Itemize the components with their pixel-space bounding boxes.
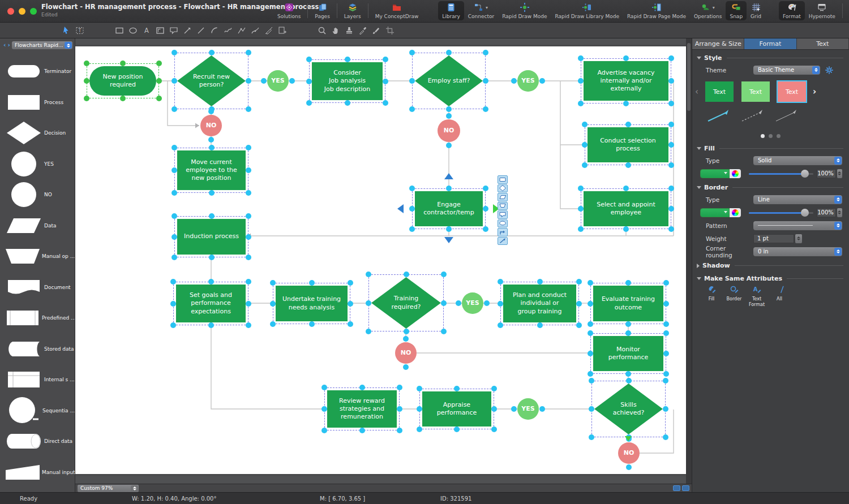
selection-handle[interactable] — [345, 57, 350, 62]
selection-handle[interactable] — [409, 206, 415, 212]
selection-handle[interactable] — [588, 330, 593, 336]
flow-node-set-goals[interactable]: Set goals and performance expectations — [176, 285, 246, 322]
selection-handle[interactable] — [246, 322, 251, 328]
theme-dropdown[interactable]: Basic Theme — [753, 66, 820, 75]
selection-handle[interactable] — [170, 322, 176, 328]
border-opacity-value[interactable]: 100% — [817, 208, 836, 217]
selection-handle[interactable] — [576, 279, 582, 285]
flow-node-review[interactable]: Review reward strategies and remuneratio… — [327, 390, 397, 428]
draw-tool-text-icon[interactable]: A — [140, 24, 153, 37]
theme-swatch-1[interactable]: Text — [705, 81, 734, 102]
selection-handle[interactable] — [625, 280, 631, 286]
selection-handle[interactable] — [209, 145, 215, 150]
flow-node-conduct[interactable]: Conduct selection process — [588, 127, 668, 162]
toolbar-button-format[interactable]: Format — [779, 1, 805, 20]
selection-handle[interactable] — [270, 321, 276, 327]
selection-handle[interactable] — [668, 55, 674, 61]
selection-handle[interactable] — [588, 301, 593, 307]
selection-handle[interactable] — [582, 142, 588, 148]
selection-handle[interactable] — [483, 106, 488, 112]
border-type-dropdown[interactable]: Line — [753, 195, 842, 204]
selection-handle[interactable] — [456, 300, 461, 306]
selection-handle[interactable] — [668, 162, 674, 168]
flow-node-no-recruit[interactable]: NO — [200, 115, 222, 136]
stencil-sequentia[interactable]: Sequentia ... — [0, 395, 75, 427]
selection-handle[interactable] — [366, 329, 371, 334]
toolbar-button-snap[interactable]: Snap — [726, 1, 747, 20]
selection-handle[interactable] — [289, 78, 295, 84]
flow-node-yes-appraise[interactable]: YES — [517, 398, 539, 420]
selection-handle[interactable] — [588, 280, 593, 286]
toolbar-button-solutions[interactable]: Solutions — [273, 1, 305, 20]
tab-text[interactable]: Text — [797, 38, 849, 49]
flow-node-no-employ[interactable]: NO — [438, 119, 460, 142]
selection-handle[interactable] — [668, 142, 674, 148]
selection-handle[interactable] — [668, 122, 674, 127]
selection-handle[interactable] — [383, 79, 388, 84]
selection-handle[interactable] — [84, 96, 89, 101]
fill-opacity-slider[interactable] — [749, 170, 813, 178]
selection-handle[interactable] — [446, 113, 452, 119]
selection-handle[interactable] — [537, 279, 543, 285]
selection-handle[interactable] — [404, 329, 409, 334]
dot-icon[interactable] — [761, 134, 765, 138]
draw-tool-rectangle-icon[interactable] — [113, 24, 126, 37]
stencil-direct-data[interactable]: Direct data — [0, 426, 75, 457]
draw-tool-arrow-icon[interactable] — [181, 24, 194, 37]
fill-section-header[interactable]: Fill — [697, 145, 843, 152]
selection-handle[interactable] — [84, 78, 89, 84]
selection-handle[interactable] — [582, 122, 588, 127]
selection-handle[interactable] — [261, 78, 267, 84]
selection-handle[interactable] — [246, 213, 251, 219]
draw-tool-new-shape-icon[interactable] — [276, 24, 289, 37]
flow-node-plan[interactable]: Plan and conduct individual or group tra… — [503, 285, 576, 322]
selection-handle[interactable] — [156, 78, 162, 84]
toolbar-button-info[interactable]: Info — [846, 1, 849, 20]
style-section-header[interactable]: Style — [697, 54, 843, 62]
palette-rectangle-icon[interactable] — [498, 175, 508, 184]
selection-handle[interactable] — [348, 280, 353, 286]
selection-handle[interactable] — [348, 321, 353, 327]
vertical-scrollbar[interactable] — [686, 38, 692, 484]
draw-tool-line-icon[interactable] — [194, 24, 208, 37]
selection-handle[interactable] — [209, 255, 215, 260]
selection-handle[interactable] — [582, 162, 588, 168]
selection-handle[interactable] — [491, 427, 497, 432]
stencil-manual-input[interactable]: Manual input — [0, 457, 75, 488]
selection-handle[interactable] — [589, 406, 594, 412]
selection-handle[interactable] — [663, 351, 669, 356]
selection-handle[interactable] — [359, 428, 365, 433]
toolbar-button-library[interactable]: Library — [438, 1, 464, 20]
selection-handle[interactable] — [537, 322, 543, 328]
selection-handle[interactable] — [663, 371, 669, 377]
palette-elbow-connector-icon[interactable] — [498, 228, 508, 236]
selection-handle[interactable] — [511, 406, 517, 412]
flow-node-appraise[interactable]: Appraise performance — [422, 391, 491, 427]
flow-node-consider[interactable]: Consider Job analysis Job description — [312, 62, 383, 100]
draw-tool-spline-icon[interactable] — [248, 24, 262, 37]
selection-handle[interactable] — [483, 206, 488, 212]
carousel-left-icon[interactable]: ‹ — [692, 87, 701, 97]
selection-handle[interactable] — [246, 190, 251, 196]
color-wheel-icon[interactable] — [730, 208, 741, 217]
stencil-document[interactable]: Document — [0, 272, 75, 303]
solid-cyan-arrow-icon[interactable] — [706, 107, 731, 126]
selection-handle[interactable] — [246, 50, 251, 55]
selection-handle[interactable] — [539, 78, 545, 84]
stencil-internal-s[interactable]: Internal s ... — [0, 364, 75, 395]
selection-handle[interactable] — [588, 321, 593, 327]
minimize-button[interactable] — [19, 8, 25, 15]
rapid-draw-left-arrow-icon[interactable] — [397, 204, 404, 213]
stencil-manual-op[interactable]: Manual op ... — [0, 241, 75, 272]
selection-handle[interactable] — [625, 162, 631, 168]
selection-handle[interactable] — [171, 234, 177, 240]
selection-handle[interactable] — [578, 186, 584, 191]
selection-handle[interactable] — [246, 167, 251, 173]
selection-handle[interactable] — [306, 79, 312, 84]
selection-handle[interactable] — [359, 385, 365, 390]
selection-handle[interactable] — [170, 301, 176, 307]
palette-parallelogram-icon[interactable] — [498, 193, 508, 201]
flow-node-no-skills[interactable]: NO — [618, 442, 640, 464]
selection-handle[interactable] — [668, 186, 674, 191]
draw-tool-crop-icon[interactable] — [383, 24, 397, 37]
